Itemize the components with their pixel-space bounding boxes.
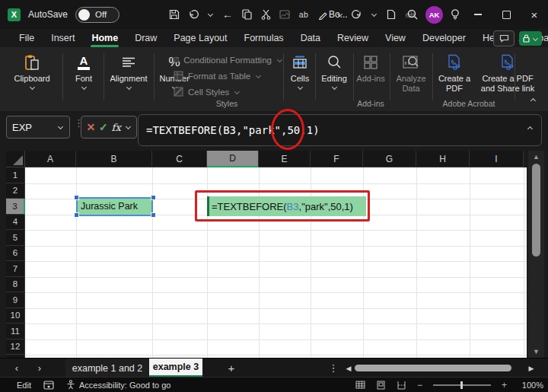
copy-icon[interactable]	[241, 7, 252, 22]
addins-icon	[363, 53, 378, 72]
column-header-A[interactable]: A	[25, 151, 76, 167]
selection-handle[interactable]	[151, 212, 156, 218]
hscroll-right-icon[interactable]: ▶	[522, 359, 540, 378]
collapse-ribbon-icon[interactable]	[530, 97, 537, 102]
row-header-5[interactable]: 5	[6, 230, 25, 246]
autosave-toggle[interactable]: Off	[75, 7, 119, 23]
column-header-G[interactable]: G	[363, 151, 416, 167]
sheet-tab-example-1-and-2[interactable]: example 1 and 2	[65, 359, 150, 378]
macro-record-icon[interactable]	[43, 381, 54, 390]
row-header-3[interactable]: 3	[6, 199, 25, 215]
maximize-button[interactable]	[495, 0, 517, 29]
formula-input[interactable]: =TEXTBEFORE(B3,"park",50,1)	[138, 114, 542, 146]
menu-tab-file[interactable]: File	[11, 30, 43, 46]
sheet-tab-example-3[interactable]: example 3	[149, 359, 202, 378]
column-header-H[interactable]: H	[416, 151, 470, 167]
cut-icon[interactable]	[260, 7, 271, 22]
menu-tab-view[interactable]: View	[377, 30, 414, 46]
format-painter-icon[interactable]	[317, 7, 328, 22]
close-button[interactable]: ×	[524, 0, 545, 29]
undo-chevron-icon[interactable]	[207, 12, 214, 17]
zoom-slider-thumb[interactable]	[460, 381, 463, 389]
selection-handle[interactable]	[74, 195, 79, 200]
new-document-icon[interactable]	[386, 7, 397, 22]
comments-button[interactable]	[493, 30, 515, 46]
styles-group: Conditional Formatting Format as Table C…	[174, 52, 280, 100]
menu-tab-home[interactable]: Home	[83, 30, 126, 46]
menu-tab-review[interactable]: Review	[329, 30, 377, 46]
menu-tab-formulas[interactable]: Formulas	[236, 30, 292, 46]
zoom-slider[interactable]	[433, 384, 491, 386]
selection-handle[interactable]	[151, 195, 156, 200]
redo-chevron-icon[interactable]	[371, 12, 378, 17]
lightbulb-icon[interactable]	[450, 7, 460, 22]
select-all-button[interactable]	[6, 151, 25, 167]
cancel-entry-button[interactable]: ✕	[86, 121, 95, 133]
menu-tab-insert[interactable]: Insert	[43, 30, 83, 46]
row-header-9[interactable]: 9	[6, 292, 25, 308]
sensitivity-share-button[interactable]	[519, 31, 542, 46]
row-header-11[interactable]: 11	[6, 323, 25, 339]
excel-logo-icon: X	[8, 8, 21, 21]
selection-handle[interactable]	[74, 212, 79, 218]
cells-group-button[interactable]: Cells	[286, 53, 314, 90]
page-break-view-icon[interactable]	[397, 381, 406, 390]
vertical-scrollbar[interactable]: ▲ ▼	[528, 151, 544, 358]
name-box-value: EXP	[12, 122, 32, 133]
cell-styles-button[interactable]: Cell Styles	[174, 84, 280, 100]
row-header-1[interactable]: 1	[6, 167, 25, 183]
next-sheet-button[interactable]: ›	[30, 359, 49, 378]
column-header-F[interactable]: F	[311, 151, 363, 167]
horizontal-scroll-thumb[interactable]	[355, 365, 511, 371]
collapse-formula-bar-icon[interactable]	[527, 126, 534, 130]
row-header-6[interactable]: 6	[6, 246, 25, 262]
scroll-up-icon[interactable]: ▲	[528, 153, 544, 161]
insert-function-button[interactable]: fx	[112, 122, 121, 133]
normal-view-icon[interactable]	[355, 381, 365, 389]
column-header-I[interactable]: I	[470, 151, 524, 167]
search-icon[interactable]	[406, 7, 419, 22]
row-header-10[interactable]: 10	[6, 308, 25, 324]
add-sheet-button[interactable]: +	[222, 359, 241, 378]
create-pdf-button[interactable]: Create a PDF	[435, 53, 473, 93]
format-as-table-button[interactable]: Format as Table	[174, 68, 280, 84]
row-header-8[interactable]: 8	[6, 277, 25, 293]
prev-sheet-button[interactable]: ‹	[8, 359, 26, 378]
vertical-scroll-thumb[interactable]	[532, 164, 540, 257]
gridline	[25, 246, 527, 247]
accessibility-status[interactable]: Accessibility: Good to go	[66, 380, 170, 390]
editing-group-button[interactable]: Editing	[317, 53, 352, 90]
column-header-C[interactable]: C	[152, 151, 207, 167]
avatar[interactable]: AK	[425, 6, 443, 24]
column-header-B[interactable]: B	[76, 151, 152, 167]
column-header-D[interactable]: D	[207, 151, 259, 167]
zoom-out-button[interactable]: −	[417, 381, 422, 390]
menu-tab-developer[interactable]: Developer	[414, 30, 474, 46]
back-arrow-icon[interactable]: ←	[222, 7, 233, 22]
translate-icon[interactable]: ab	[298, 7, 309, 22]
chevron-down-icon	[234, 90, 241, 94]
redo-icon[interactable]	[352, 7, 362, 22]
confirm-entry-button[interactable]: ✓	[99, 121, 108, 133]
row-header-12[interactable]: 12	[6, 339, 25, 355]
clipboard-group-button[interactable]: Clipboard	[11, 53, 53, 90]
cell-B3[interactable]: Jurassic Park	[76, 197, 153, 216]
save-icon[interactable]	[169, 7, 180, 22]
scroll-down-icon[interactable]: ▼	[528, 348, 544, 355]
menu-tab-page-layout[interactable]: Page Layout	[165, 30, 235, 46]
row-header-2[interactable]: 2	[6, 183, 25, 199]
column-header-E[interactable]: E	[259, 151, 311, 167]
font-group-button[interactable]: A Font	[67, 53, 100, 90]
undo-icon[interactable]	[188, 7, 199, 22]
alignment-group-button[interactable]: Alignment	[107, 53, 151, 90]
zoom-in-button[interactable]: +	[502, 381, 507, 390]
menu-tab-data[interactable]: Data	[292, 30, 329, 46]
create-pdf-share-button[interactable]: Create a PDF and Share link	[475, 53, 540, 93]
conditional-formatting-button[interactable]: Conditional Formatting	[174, 52, 280, 68]
row-header-7[interactable]: 7	[6, 261, 25, 277]
row-header-4[interactable]: 4	[6, 215, 25, 231]
menu-tab-draw[interactable]: Draw	[126, 30, 165, 46]
minimize-button[interactable]	[467, 0, 489, 29]
page-layout-view-icon[interactable]	[376, 381, 386, 390]
name-box[interactable]: EXP	[6, 116, 70, 139]
